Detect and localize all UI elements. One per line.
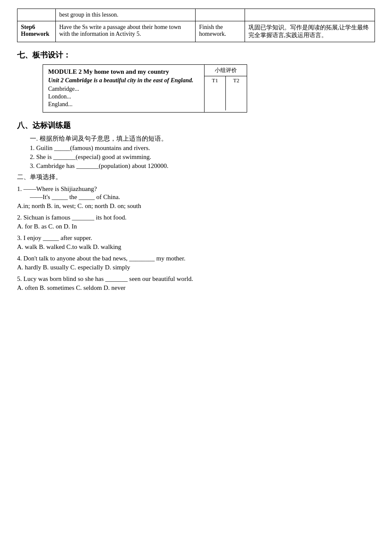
t1-header: T1 bbox=[205, 76, 226, 85]
cell-r2-c3: Finish the homework. bbox=[196, 21, 245, 42]
question-3: 3. I enjoy _____ after supper. A. walk B… bbox=[17, 234, 375, 251]
part2-label: 二、单项选择。 bbox=[17, 173, 375, 181]
t2-score-cell bbox=[226, 85, 247, 110]
part1-item-2: 2. She is _______(especial) good at swim… bbox=[30, 153, 375, 161]
table-row-1: best group in this lesson. bbox=[17, 9, 375, 21]
cell-r1-c4 bbox=[245, 9, 375, 21]
part1-item-3: 3. Cambridge has _______(population) abo… bbox=[30, 162, 375, 170]
side-label: 小组评价 bbox=[205, 65, 247, 76]
question-4: 4. Don't talk to anyone about the bad ne… bbox=[17, 255, 375, 271]
part1-intro: 一. 根据所给单词及句子意思，填上适当的短语。 bbox=[30, 135, 375, 143]
question-1: 1. ——Where is Shijiazhuang? ——It's _____… bbox=[17, 185, 375, 210]
score-body bbox=[205, 85, 247, 110]
q5-options: A. often B. sometimes C. seldom D. never bbox=[17, 284, 375, 292]
cell-r1-c2: best group in this lesson. bbox=[56, 9, 196, 21]
blackboard-content: MODULE 2 My home town and my country Uni… bbox=[43, 64, 205, 113]
q2-text: 2. Sichuan is famous _______ its hot foo… bbox=[17, 214, 375, 221]
score-side: 小组评价 T1 T2 bbox=[205, 64, 247, 113]
q3-options: A. walk B. walked C.to walk D. walking bbox=[17, 243, 375, 251]
part1-section: 一. 根据所给单词及句子意思，填上适当的短语。 1. Guilin _____(… bbox=[30, 135, 375, 170]
bb-line-3: England... bbox=[48, 101, 199, 108]
q2-options: A. for B. as C. on D. In bbox=[17, 223, 375, 230]
question-5: 5. Lucy was born blind so she has ______… bbox=[17, 275, 375, 292]
question-2: 2. Sichuan is famous _______ its hot foo… bbox=[17, 214, 375, 230]
blackboard-design: MODULE 2 My home town and my country Uni… bbox=[43, 64, 375, 113]
module-title: MODULE 2 My home town and my country bbox=[48, 68, 199, 75]
lesson-table: best group in this lesson. Step6 Homewor… bbox=[17, 9, 375, 42]
part1-item-1: 1. Guilin _____(famous) mountains and ri… bbox=[30, 145, 375, 152]
cell-r2-c2: Have the Ss write a passage about their … bbox=[56, 21, 196, 42]
q4-options: A. hardly B. usually C. especially D. si… bbox=[17, 264, 375, 271]
cell-r2-c4: 巩固已学知识。写作是阅读的拓展,让学生最终完全掌握语言,实践运用语言。 bbox=[245, 21, 375, 42]
cell-r1-c1 bbox=[17, 9, 56, 21]
cell-step-label: Step6 Homework bbox=[17, 21, 56, 42]
bb-line-2: London... bbox=[48, 93, 199, 100]
q1-options: A.in; north B. in, west; C. on; north D.… bbox=[17, 202, 375, 210]
cell-r1-c3 bbox=[196, 9, 245, 21]
q4-text: 4. Don't talk to anyone about the bad ne… bbox=[17, 255, 375, 262]
t2-header: T2 bbox=[226, 76, 247, 85]
q1-line2: ——It's _____ the _____ of China. bbox=[30, 194, 375, 201]
unit-title: Unit 2 Cambridge is a beautiful city in … bbox=[48, 77, 199, 84]
bb-line-1: Cambridge... bbox=[48, 86, 199, 92]
q1-line1: 1. ——Where is Shijiazhuang? bbox=[17, 185, 375, 193]
section7-heading: 七、板书设计： bbox=[17, 50, 375, 60]
section8-heading: 八、达标训练题 bbox=[17, 120, 375, 130]
q5-text: 5. Lucy was born blind so she has ______… bbox=[17, 275, 375, 283]
q3-text: 3. I enjoy _____ after supper. bbox=[17, 234, 375, 242]
t1-score-cell bbox=[205, 85, 226, 110]
table-row-2: Step6 Homework Have the Ss write a passa… bbox=[17, 21, 375, 42]
score-header-row: T1 T2 bbox=[205, 76, 247, 85]
